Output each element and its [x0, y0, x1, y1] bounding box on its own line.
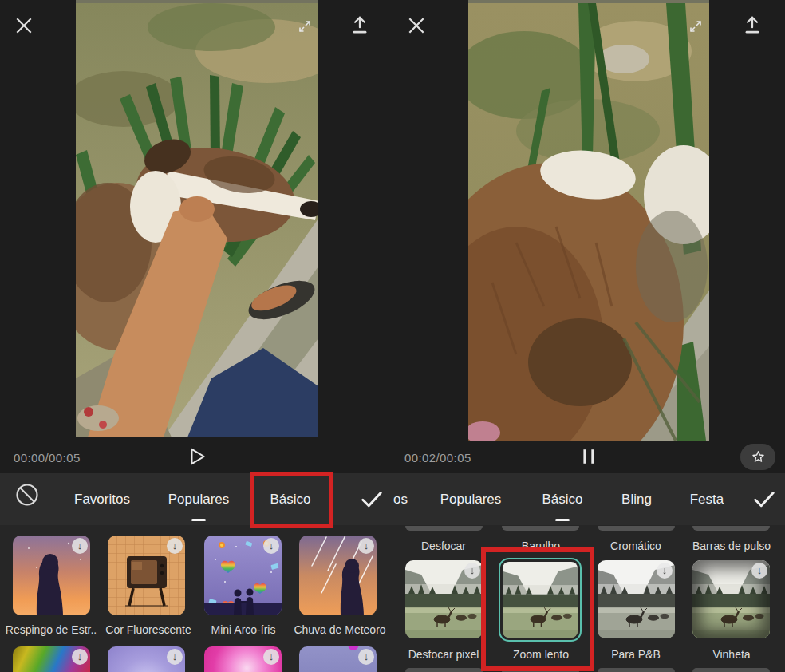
highlight-box-zoom-lento [481, 547, 594, 671]
close-icon[interactable] [11, 13, 37, 38]
effect-label: Chuva de Meteoro [288, 623, 392, 636]
effect-thumb-para-pb[interactable]: ↓ [598, 560, 675, 638]
effect-label: Respingo de Estr.. [0, 623, 103, 636]
play-button[interactable] [187, 446, 207, 467]
download-icon: ↓ [167, 538, 183, 554]
effect-thumb-partial[interactable]: ↓ [204, 646, 282, 672]
effect-thumb-desfocar-pixel[interactable]: ↓ [405, 560, 483, 638]
export-icon[interactable] [742, 13, 763, 37]
cutoff-thumb-sliver [598, 668, 675, 672]
effect-label: Vinheta [680, 648, 783, 661]
cutoff-thumb-sliver [405, 668, 483, 672]
playback-time: 00:02/00:05 [404, 451, 471, 464]
download-icon: ↓ [167, 649, 183, 665]
close-icon[interactable] [404, 13, 429, 38]
pause-button[interactable] [579, 448, 598, 465]
tab-festa[interactable]: Festa [675, 473, 739, 525]
download-icon: ↓ [358, 649, 374, 665]
tab-favoritos-partial[interactable]: os [392, 473, 413, 525]
tab-label: Básico [542, 492, 582, 508]
fullscreen-icon[interactable] [298, 19, 312, 34]
effect-thumb-partial[interactable]: ↓ [299, 646, 377, 672]
download-icon: ↓ [263, 649, 279, 665]
download-icon: ↓ [263, 538, 279, 554]
video-preview-right [468, 3, 709, 441]
effect-thumb-fluorescente[interactable]: ↓ [108, 536, 185, 615]
download-icon: ↓ [72, 649, 88, 665]
effect-thumb-mini-arco-iris[interactable]: ↓ [204, 536, 282, 615]
effect-label: Cor Fluorescente [97, 623, 200, 636]
highlight-box-basico-tab [250, 472, 333, 528]
cutoff-thumb-sliver [405, 526, 483, 531]
dog-petting-scene [76, 3, 318, 437]
video-preview-left [76, 3, 318, 437]
favorite-button[interactable] [740, 444, 775, 470]
tab-populares[interactable]: Populares [159, 473, 239, 525]
left-screenshot-panel: 00:00/00:05 Favoritos Populares Básico ↓ [0, 0, 392, 672]
effect-thumb-respingo[interactable]: ↓ [13, 536, 90, 615]
effect-label: Para P&B [584, 648, 688, 661]
playback-time: 00:00/00:05 [14, 451, 81, 464]
effect-thumb-chuva-meteoro[interactable]: ↓ [299, 536, 377, 615]
active-tab-underline [191, 519, 206, 521]
tab-basico[interactable]: Básico [523, 473, 602, 525]
cutoff-thumb-sliver [598, 526, 675, 531]
effect-thumb-partial[interactable]: ↓ [108, 646, 185, 672]
download-icon: ↓ [751, 563, 767, 579]
tab-label: Populares [168, 492, 230, 508]
cutoff-thumb-sliver [502, 526, 579, 531]
effect-label: Barras de pulso [680, 540, 783, 552]
cutoff-thumb-sliver [692, 668, 770, 672]
no-effect-icon[interactable] [14, 482, 40, 508]
effect-label: Desfocar pixel [392, 648, 495, 661]
effects-tab-bar: os Populares Básico Bling Festa [392, 473, 785, 525]
effect-thumb-vinheta[interactable]: ↓ [692, 560, 770, 638]
download-icon: ↓ [72, 538, 88, 554]
download-icon: ↓ [358, 538, 374, 554]
effect-label: Mini Arco-íris [191, 623, 295, 636]
confirm-check-icon[interactable] [750, 484, 779, 513]
active-tab-underline [555, 519, 570, 521]
tab-favoritos[interactable]: Favoritos [62, 473, 142, 525]
export-icon[interactable] [349, 13, 370, 37]
fullscreen-icon[interactable] [688, 19, 703, 34]
tab-bling[interactable]: Bling [605, 473, 669, 525]
cutoff-thumb-sliver [692, 526, 770, 531]
tab-populares[interactable]: Populares [431, 473, 511, 525]
effect-label: Desfocar [392, 540, 495, 552]
effect-thumb-partial[interactable]: ↓ [13, 646, 90, 672]
right-screenshot-panel: 00:02/00:05 os Populares Básico Bling Fe… [392, 0, 785, 672]
effect-label: Cromático [584, 540, 688, 552]
download-icon: ↓ [657, 563, 673, 579]
star-icon [751, 449, 766, 464]
effects-tab-bar: Favoritos Populares Básico [0, 473, 392, 525]
download-icon: ↓ [464, 563, 480, 579]
confirm-check-icon[interactable] [357, 484, 386, 513]
dog-closeup-scene [468, 3, 709, 441]
